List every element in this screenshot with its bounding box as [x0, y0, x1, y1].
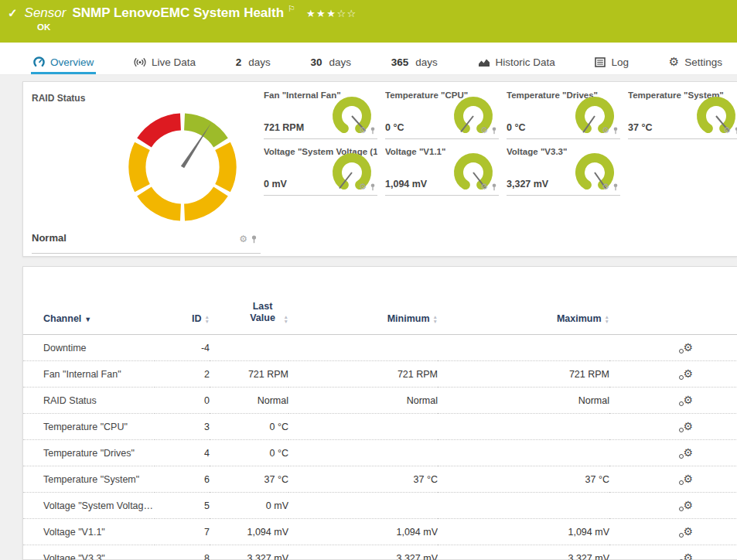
- tab-historic-data[interactable]: Historic Data: [476, 52, 558, 74]
- gear-icon[interactable]: ⚙: [359, 183, 367, 191]
- tab-overview[interactable]: Overview: [31, 52, 96, 74]
- cell-min: Normal: [288, 388, 438, 414]
- mini-gauge-tile[interactable]: Voltage "V3.3"3,327 mV⚙: [507, 145, 620, 196]
- table-row[interactable]: Fan "Internal Fan"2721 RPM721 RPM721 RPM…: [23, 361, 737, 388]
- table-row[interactable]: RAID Status0NormalNormalNormal⚙: [23, 388, 737, 414]
- channel-settings-icon[interactable]: ⚙: [683, 421, 693, 432]
- cell-min: 37 °C: [288, 466, 438, 493]
- sensor-kind-label: Sensor: [25, 5, 67, 21]
- column-header-minimum[interactable]: Minimum▲▼: [288, 267, 438, 335]
- tab-label: Log: [611, 56, 629, 68]
- channel-table: Channel▼ ID▲▼ Last Value▲▼ Minimum▲▼ Max…: [23, 267, 737, 560]
- gear-icon[interactable]: ⚙: [723, 126, 731, 135]
- cell-channel: Temperature "Drives": [23, 440, 155, 466]
- tab-365-days[interactable]: 365days: [389, 52, 440, 74]
- table-row[interactable]: Voltage "V1.1"71,094 mV1,094 mV1,094 mV⚙: [23, 519, 737, 545]
- pin-icon[interactable]: [612, 127, 619, 135]
- table-row[interactable]: Temperature "System"637 °C37 °C37 °C⚙: [23, 466, 737, 493]
- priority-stars[interactable]: ★★★☆☆: [306, 8, 357, 19]
- table-row[interactable]: Voltage "V3.3"83,327 mV3,327 mV3,327 mV⚙: [23, 545, 737, 560]
- tab-label: Live Data: [152, 56, 196, 68]
- channel-settings-icon[interactable]: ⚙: [683, 526, 693, 537]
- cell-last: 3,327 mV: [210, 545, 288, 560]
- gear-icon[interactable]: ⚙: [602, 183, 609, 191]
- column-header-channel[interactable]: Channel▼: [23, 267, 155, 335]
- cell-last: [210, 335, 288, 361]
- table-row[interactable]: Temperature "Drives"40 °C⚙: [23, 440, 737, 466]
- tab-number: 30: [310, 56, 322, 68]
- tab-number: 365: [391, 56, 409, 68]
- cell-min: [288, 493, 438, 519]
- flag-icon[interactable]: ⚐: [288, 4, 295, 14]
- mini-gauge-tile[interactable]: Fan "Internal Fan"721 RPM⚙: [264, 88, 377, 139]
- table-row[interactable]: Downtime-4⚙: [23, 335, 737, 361]
- sort-icon: ▲▼: [605, 315, 609, 324]
- channel-settings-icon[interactable]: ⚙: [683, 394, 693, 405]
- pin-icon[interactable]: [251, 235, 258, 244]
- cell-channel: RAID Status: [23, 388, 155, 414]
- mini-gauge-tile[interactable]: Temperature "CPU"0 °C⚙: [385, 88, 499, 139]
- pin-icon[interactable]: [370, 183, 376, 191]
- raid-status-gauge-tile[interactable]: RAID Status Normal ⚙: [32, 88, 261, 254]
- table-row[interactable]: Voltage "System Voltage (...50 mV⚙: [23, 493, 737, 519]
- column-header-maximum[interactable]: Maximum▲▼: [438, 267, 609, 335]
- pin-icon[interactable]: [612, 183, 619, 191]
- raid-gauge-segment: [223, 146, 228, 188]
- gauge-title: Voltage "V1.1": [385, 147, 445, 156]
- cell-max: Normal: [438, 388, 609, 414]
- table-row[interactable]: Temperature "CPU"30 °C⚙: [23, 414, 737, 440]
- cell-last: Normal: [210, 388, 288, 414]
- cell-max: 1,094 mV: [438, 519, 609, 545]
- gear-icon[interactable]: ⚙: [602, 126, 609, 135]
- column-header-id[interactable]: ID▲▼: [155, 267, 210, 335]
- channel-settings-icon[interactable]: ⚙: [683, 500, 693, 510]
- channel-settings-icon[interactable]: ⚙: [683, 368, 693, 379]
- gauge-value: Normal: [32, 232, 67, 244]
- pin-icon[interactable]: [491, 183, 497, 191]
- tab-live-data[interactable]: Live Data: [131, 52, 198, 74]
- tab-30-days[interactable]: 30days: [308, 52, 353, 74]
- cell-channel: Voltage "V1.1": [23, 519, 155, 545]
- status-check-icon: ✓: [8, 6, 18, 20]
- gear-icon[interactable]: ⚙: [480, 126, 488, 135]
- cell-last: 0 °C: [210, 440, 288, 466]
- cell-id: 8: [155, 545, 210, 560]
- cell-last: 1,094 mV: [210, 519, 288, 545]
- sensor-header: ✓ Sensor SNMP LenovoEMC System Health ⚐ …: [0, 0, 737, 43]
- chart-icon: [478, 57, 490, 67]
- cell-last: 721 RPM: [210, 361, 288, 388]
- mini-gauge-tile[interactable]: Temperature "System"37 °C⚙: [628, 88, 737, 139]
- cell-id: 5: [155, 493, 210, 519]
- gear-icon[interactable]: ⚙: [480, 183, 488, 191]
- cell-max: 721 RPM: [438, 361, 609, 388]
- cell-min: 721 RPM: [288, 361, 438, 388]
- tab-log[interactable]: Log: [592, 52, 631, 74]
- tab-label: days: [248, 56, 271, 68]
- pin-icon[interactable]: [734, 127, 737, 135]
- pin-icon[interactable]: [370, 127, 376, 135]
- gauge-value: 0 mV: [264, 179, 287, 190]
- gear-icon[interactable]: ⚙: [239, 234, 247, 244]
- raid-donut-gauge: [117, 101, 248, 233]
- cell-channel: Temperature "System": [23, 466, 155, 493]
- mini-gauge-tile[interactable]: Temperature "Drives"0 °C⚙: [507, 88, 620, 139]
- cell-last: 0 mV: [210, 493, 288, 519]
- channel-settings-icon[interactable]: ⚙: [683, 342, 693, 353]
- raid-gauge-segment: [137, 146, 142, 188]
- channel-settings-icon[interactable]: ⚙: [683, 552, 693, 560]
- gauge-title: RAID Status: [32, 93, 85, 104]
- mini-gauge-tile[interactable]: Voltage "V1.1"1,094 mV⚙: [385, 145, 499, 196]
- channel-settings-icon[interactable]: ⚙: [683, 447, 693, 458]
- column-header-last-value[interactable]: Last Value▲▼: [210, 267, 288, 335]
- channel-settings-icon[interactable]: ⚙: [683, 473, 693, 484]
- mini-gauge-tile[interactable]: Voltage "System Voltage (12...0 mV⚙: [264, 145, 377, 196]
- tab-2-days[interactable]: 2days: [234, 52, 273, 74]
- log-icon: [595, 57, 606, 67]
- raid-gauge-segment: [145, 121, 181, 142]
- tab-label: Historic Data: [496, 56, 555, 68]
- tab-settings[interactable]: ⚙Settings: [667, 52, 725, 74]
- gear-icon[interactable]: ⚙: [359, 126, 367, 135]
- cell-last: 0 °C: [210, 414, 288, 440]
- pin-icon[interactable]: [491, 127, 497, 135]
- cell-min: 3,327 mV: [288, 545, 438, 560]
